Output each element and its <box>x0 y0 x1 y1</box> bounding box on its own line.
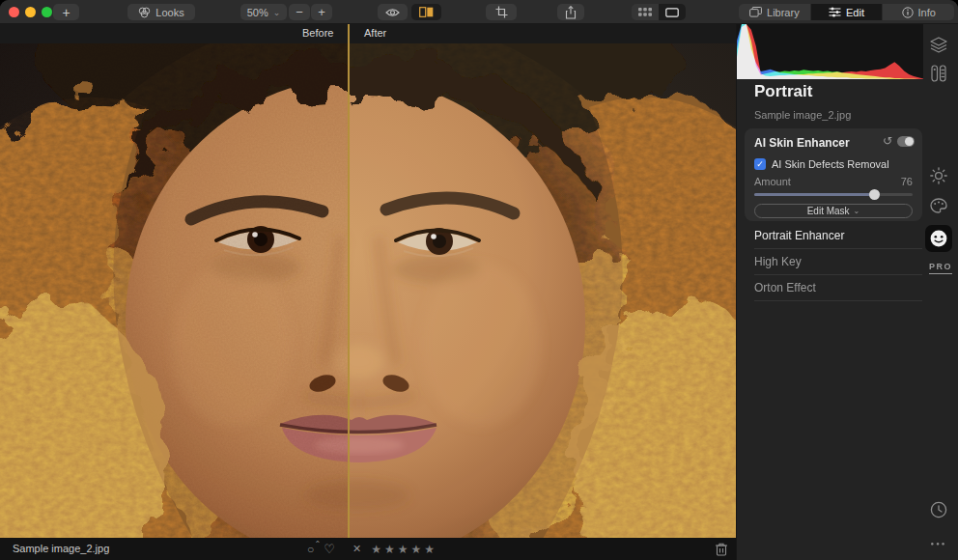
skin-defects-label: AI Skin Defects Removal <box>772 158 889 170</box>
filename-label: Sample image_2.jpg <box>13 543 109 554</box>
edit-mask-button[interactable]: Edit Mask ⌄ <box>754 204 913 218</box>
tab-library[interactable]: Library <box>739 4 811 20</box>
compare-split-icon <box>419 7 434 17</box>
filmstrip-bar: Sample image_2.jpg ○⌃ ♡ ✕ ★★★★★ <box>0 538 736 560</box>
zoom-out-button[interactable]: − <box>289 4 310 20</box>
tab-edit[interactable]: Edit <box>811 4 884 20</box>
ai-skin-enhancer-panel: AI Skin Enhancer ↺ ✓ AI Skin Defects Rem… <box>745 128 922 221</box>
reset-undo-icon[interactable]: ↺ <box>883 134 892 148</box>
rating-controls: ○⌃ ♡ ✕ ★★★★★ <box>307 542 437 556</box>
fullscreen-window-button[interactable] <box>42 7 52 17</box>
image-canvas[interactable]: Before After <box>0 24 736 538</box>
minimize-window-button[interactable] <box>25 7 36 17</box>
tool-rail: PRO ●●● <box>919 24 958 560</box>
plus-icon: + <box>318 5 325 19</box>
tool-item-orton-effect[interactable]: Orton Effect <box>754 275 922 301</box>
panel-toggle[interactable] <box>897 136 915 147</box>
tab-edit-label: Edit <box>846 7 864 18</box>
edit-sliders-icon <box>829 7 841 17</box>
crop-button[interactable] <box>486 4 517 20</box>
tab-info[interactable]: Info <box>883 4 954 20</box>
caret-up-icon: ⌃ <box>315 540 322 548</box>
looks-icon <box>138 7 151 18</box>
pro-badge: PRO <box>929 262 952 274</box>
edit-mask-label: Edit Mask <box>807 206 850 216</box>
trash-icon[interactable] <box>716 543 727 556</box>
amount-value: 76 <box>901 176 913 187</box>
amount-slider[interactable] <box>754 193 913 196</box>
toolbar: + Looks 50% ⌄ − + <box>0 0 958 24</box>
compare-strip: Before After <box>0 24 736 43</box>
window-controls <box>9 7 52 17</box>
image-name-label: Sample image_2.jpg <box>754 109 851 121</box>
tab-library-label: Library <box>767 7 800 18</box>
histogram <box>737 24 923 79</box>
tool-item-high-key[interactable]: High Key <box>754 249 922 275</box>
history-clock-icon[interactable] <box>928 499 949 520</box>
tab-info-label: Info <box>918 7 936 18</box>
circle-icon: ○ <box>307 543 314 556</box>
compare-before-after-button[interactable] <box>411 4 441 20</box>
toggle-knob <box>905 137 914 146</box>
portrait-face-icon[interactable] <box>925 225 952 252</box>
close-window-button[interactable] <box>9 7 19 17</box>
zoom-in-button[interactable]: + <box>311 4 332 20</box>
chevron-down-icon: ⌄ <box>854 207 860 215</box>
crop-icon <box>495 6 508 18</box>
panel-title: AI Skin Enhancer <box>754 136 850 150</box>
reject-button[interactable]: ✕ <box>352 543 361 555</box>
skin-defects-checkbox[interactable]: ✓ <box>754 158 766 170</box>
compare-divider-handle[interactable] <box>348 24 350 538</box>
more-options-icon[interactable]: ●●● <box>928 533 949 554</box>
zoom-level-value: 50% <box>247 7 268 18</box>
single-view-icon <box>665 8 679 17</box>
quick-preview-button[interactable] <box>378 4 408 20</box>
add-photos-button[interactable]: + <box>53 4 79 20</box>
portrait-photo <box>0 43 736 538</box>
share-icon <box>565 6 577 19</box>
layers-icon[interactable] <box>928 34 949 55</box>
grid-view-icon <box>638 8 652 16</box>
amount-slider-handle[interactable] <box>869 189 880 200</box>
app-window: + Looks 50% ⌄ − + <box>0 0 958 560</box>
share-button[interactable] <box>557 4 584 20</box>
tool-item-portrait-enhancer[interactable]: Portrait Enhancer <box>754 223 922 249</box>
eye-icon <box>385 8 400 17</box>
favorite-heart-button[interactable]: ♡ <box>324 542 335 556</box>
info-icon <box>902 7 914 18</box>
amount-label: Amount <box>754 176 791 187</box>
creative-palette-icon[interactable] <box>928 195 949 216</box>
after-label: After <box>364 27 386 39</box>
single-view-button[interactable] <box>659 4 686 20</box>
minus-icon: − <box>296 5 303 19</box>
view-mode-switch <box>632 4 686 20</box>
zoom-level-dropdown[interactable]: 50% ⌄ <box>240 4 287 20</box>
color-label-button[interactable]: ○⌃ <box>307 543 314 556</box>
essentials-sun-icon[interactable] <box>928 165 949 186</box>
before-label: Before <box>302 27 333 39</box>
tool-list: Portrait Enhancer High Key Orton Effect <box>754 223 922 301</box>
chevron-down-icon: ⌄ <box>273 8 281 17</box>
looks-button[interactable]: Looks <box>127 4 195 20</box>
star-rating[interactable]: ★★★★★ <box>371 543 437 556</box>
looks-label: Looks <box>155 7 183 18</box>
plus-icon: + <box>62 5 70 20</box>
grid-view-button[interactable] <box>632 4 659 20</box>
histogram-panel <box>737 24 923 79</box>
amount-slider-fill <box>754 193 875 196</box>
library-icon <box>749 7 762 17</box>
tool-title: Portrait <box>754 82 812 101</box>
mode-tabs: Library Edit Info <box>739 4 954 20</box>
edits-panel-icon[interactable] <box>928 63 949 84</box>
